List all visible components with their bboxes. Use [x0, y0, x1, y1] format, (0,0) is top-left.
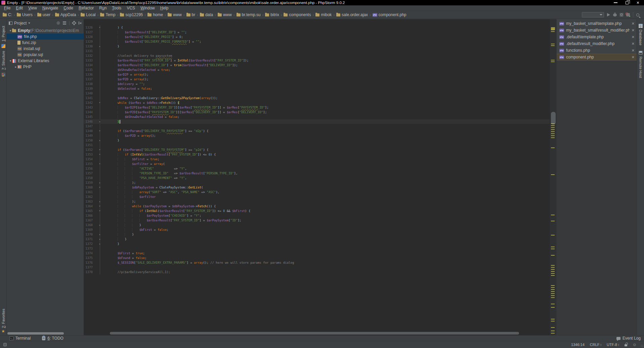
remote-icon[interactable]: [639, 51, 643, 55]
close-icon[interactable]: ✕: [632, 21, 635, 26]
sidebar-item-project[interactable]: 1: Project: [1, 26, 5, 41]
menu-item-run[interactable]: Run: [96, 5, 109, 11]
code-line[interactable]: 1358 "PSA_HAVE_PAYMENT" => "Y",: [84, 176, 550, 180]
fold-marker-icon[interactable]: ▾: [95, 129, 104, 133]
menu-item-window[interactable]: Window: [138, 5, 158, 11]
menu-item-view[interactable]: View: [26, 5, 40, 11]
warning-mark[interactable]: [551, 331, 555, 331]
fold-marker-icon[interactable]: ▾: [95, 100, 104, 105]
tree-expand-icon[interactable]: ▾: [9, 29, 12, 32]
code-line[interactable]: 1345 $bShowDefaultSelected = false;: [84, 115, 550, 119]
warning-mark[interactable]: [551, 319, 555, 319]
debug-icon[interactable]: [613, 13, 617, 16]
warning-mark[interactable]: [551, 221, 555, 221]
warning-mark[interactable]: [551, 287, 555, 288]
sidebar-item-remote-host[interactable]: Remote Host: [639, 56, 643, 78]
code-line[interactable]: 1372▴ }: [84, 242, 550, 246]
code-line[interactable]: 1367 $arUserResult["PAY_SYSTEM_ID"] = $a…: [84, 218, 550, 223]
code-line[interactable]: 1362 $arFilter: [84, 194, 550, 199]
warning-mark[interactable]: [551, 235, 555, 235]
sidebar-item-structure[interactable]: 7: Structure: [1, 51, 5, 70]
warning-mark[interactable]: [551, 131, 555, 132]
warning-mark[interactable]: [551, 30, 555, 30]
code-line[interactable]: 1368▴ }: [84, 223, 550, 227]
menu-item-file[interactable]: File: [1, 5, 13, 11]
breadcrumb-item[interactable]: data: [199, 12, 214, 17]
warning-mark[interactable]: [551, 45, 555, 46]
breadcrumb-item[interactable]: br.temp.su: [236, 12, 261, 17]
warning-mark[interactable]: [551, 31, 555, 32]
warning-mark[interactable]: [551, 293, 555, 294]
code-line[interactable]: 1369 $bFirst = false;: [84, 227, 550, 232]
code-line[interactable]: 1357 "PERSON_TYPE_ID" => $arUserResult["…: [84, 171, 550, 176]
code-line[interactable]: 1374 $bFirst = true;: [84, 251, 550, 256]
tree-expand-icon[interactable]: ▸: [14, 65, 17, 69]
fold-marker-icon[interactable]: ▾: [95, 162, 104, 166]
run-icon[interactable]: [607, 13, 610, 16]
restore-button[interactable]: [626, 1, 629, 4]
code-line[interactable]: 1375 $bFound = false;: [84, 256, 550, 260]
close-button[interactable]: ×: [637, 1, 639, 4]
tree-item-empty[interactable]: ▾Empty (F:\Documents\projects\Em: [7, 28, 84, 34]
locate-file-icon[interactable]: [57, 21, 60, 25]
fold-marker-icon[interactable]: ▴: [95, 44, 104, 49]
editor-tab[interactable]: phpcomponent.php✕: [557, 54, 637, 60]
code-line[interactable]: 1359▴ );: [84, 180, 550, 185]
close-icon[interactable]: ✕: [632, 28, 635, 33]
code-line[interactable]: 1366 $arPaySystem["CHECKED"] = "Y";: [84, 213, 550, 218]
project-icon[interactable]: [1, 44, 5, 48]
warning-mark[interactable]: [551, 295, 555, 296]
warning-mark[interactable]: [551, 60, 555, 60]
chevron-down-icon[interactable]: [28, 23, 30, 24]
tree-item-php[interactable]: ▸PHP: [7, 64, 84, 70]
code-line[interactable]: 1361 array("SORT" => "ASC", "PSA_NAME" =…: [84, 190, 550, 194]
menu-item-tools[interactable]: Tools: [109, 5, 124, 11]
breadcrumb-item[interactable]: Local: [80, 12, 96, 17]
fold-marker-icon[interactable]: ▾: [95, 209, 104, 213]
code-line[interactable]: 1364▾ while ($arPaySystem = $dbPaySystem…: [84, 204, 550, 209]
breadcrumb-item[interactable]: components: [283, 12, 311, 17]
code-line[interactable]: 1370▴ }: [84, 232, 550, 237]
fold-marker-icon[interactable]: ▴: [95, 242, 104, 246]
fold-marker-icon[interactable]: ▾: [95, 152, 104, 157]
profiler-icon[interactable]: [626, 13, 630, 16]
warning-mark[interactable]: [551, 265, 555, 266]
breadcrumb-item[interactable]: br: [186, 12, 196, 17]
collapse-all-icon[interactable]: [79, 21, 82, 25]
fold-marker-icon[interactable]: ▾: [95, 204, 104, 209]
warning-mark[interactable]: [551, 215, 555, 215]
code-line[interactable]: 1363▴ );: [84, 199, 550, 204]
star-icon[interactable]: ★: [1, 329, 5, 333]
warning-mark[interactable]: [551, 304, 555, 304]
code-line[interactable]: 1339 $bSelected = false;: [84, 86, 550, 91]
code-line[interactable]: 1348▾ if ($arParams["DELIVERY_TO_PAYSYST…: [84, 129, 550, 133]
warning-mark[interactable]: [551, 255, 555, 256]
tool-button-terminal[interactable]: >_Terminal: [9, 336, 31, 341]
warning-mark[interactable]: [551, 327, 555, 328]
breadcrumb-item[interactable]: phpcomponent.php: [372, 12, 407, 17]
warning-mark[interactable]: [551, 333, 555, 334]
close-icon[interactable]: ✕: [632, 35, 635, 39]
breadcrumb-item[interactable]: scp12295: [119, 12, 143, 17]
fold-marker-icon[interactable]: ▴: [95, 119, 104, 124]
breadcrumb-item[interactable]: home: [147, 12, 164, 17]
code-line[interactable]: 1365▾ if (IntVal($arUserResult["PAY_SYST…: [84, 209, 550, 213]
project-panel-title[interactable]: Project: [14, 21, 27, 26]
code-line[interactable]: 1344 $arP2D[$arRes["PAYSYSTEM_ID"]][$arR…: [84, 110, 550, 115]
warning-mark[interactable]: [551, 127, 555, 128]
code-line[interactable]: 1377: [84, 265, 550, 270]
code-line[interactable]: 1330▴ }: [84, 44, 550, 49]
code-line[interactable]: 1336 $arD2P = array();: [84, 72, 550, 77]
code-line[interactable]: 1371▴ }: [84, 237, 550, 242]
editor-vertical-scrollbar-thumb[interactable]: [551, 112, 556, 125]
code-line[interactable]: 1335 $bShowDefaultSelected = true;: [84, 68, 550, 72]
warning-mark[interactable]: [551, 285, 555, 286]
tree-item-file-php[interactable]: phpfile.php: [7, 34, 84, 40]
code-line[interactable]: 1356 "ACTIVE" => "Y",: [84, 166, 550, 171]
breadcrumb-item[interactable]: C:: [2, 12, 13, 17]
code-line[interactable]: 1352▾ if ($arParams["DELIVERY_TO_PAYSYST…: [84, 147, 550, 152]
gear-icon[interactable]: [73, 21, 76, 25]
code-line[interactable]: 1333 $arUserResult["PAY_SYSTEM_ID"] = In…: [84, 58, 550, 63]
scrollbar-thumb[interactable]: [110, 332, 519, 335]
warning-mark[interactable]: [551, 269, 555, 270]
